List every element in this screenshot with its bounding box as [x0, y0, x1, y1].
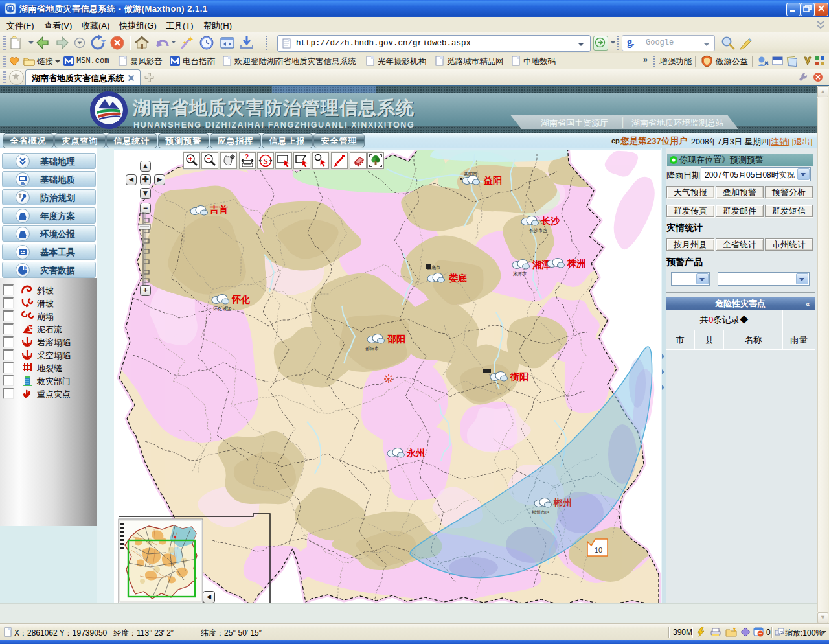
- svg-text:娄底: 娄底: [449, 273, 467, 283]
- svg-text:长沙市区: 长沙市区: [529, 227, 547, 233]
- svg-text:株洲: 株洲: [567, 258, 585, 268]
- svg-text:衡阳: 衡阳: [510, 371, 528, 382]
- svg-text:益阳: 益阳: [483, 175, 502, 185]
- svg-text:湘潭市: 湘潭市: [513, 271, 527, 277]
- svg-text:永州: 永州: [406, 448, 425, 458]
- svg-text:S: S: [264, 156, 268, 166]
- svg-text:怀化: 怀化: [231, 294, 250, 305]
- svg-text:邵阳市: 邵阳市: [365, 345, 379, 351]
- svg-text:吉首: 吉首: [209, 204, 228, 214]
- svg-text:郴州市区: 郴州市区: [532, 509, 550, 514]
- svg-text:长沙: 长沙: [541, 216, 560, 226]
- svg-text:?: ?: [245, 154, 249, 161]
- svg-text:郴州: 郴州: [553, 498, 572, 508]
- svg-text:邵阳: 邵阳: [387, 334, 405, 344]
- svg-text:怀化城区: 怀化城区: [212, 306, 231, 312]
- svg-text:10: 10: [595, 546, 602, 554]
